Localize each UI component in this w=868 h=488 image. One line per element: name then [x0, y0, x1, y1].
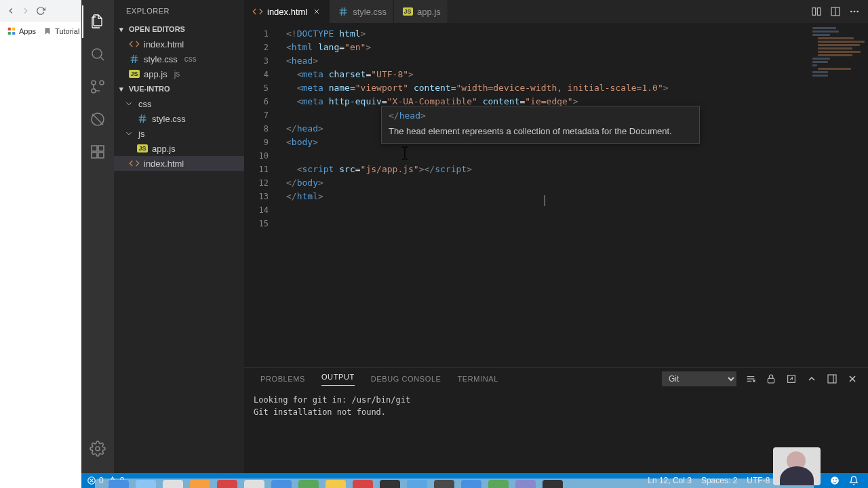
- close-panel-icon[interactable]: [846, 373, 859, 385]
- open-editor-item[interactable]: JSapp.jsjs: [114, 66, 244, 81]
- bell-icon[interactable]: [849, 476, 859, 485]
- svg-rect-14: [98, 152, 104, 158]
- section-label: OPEN EDITORS: [129, 25, 185, 33]
- js-file-icon: JS: [402, 6, 413, 17]
- svg-point-35: [854, 11, 856, 13]
- tab-actions: [811, 0, 868, 23]
- sidebar-explorer: EXPLORER ▾ OPEN EDITORS index.htmlstyle.…: [114, 0, 244, 488]
- panel-layout-icon[interactable]: [826, 373, 838, 385]
- svg-rect-31: [817, 8, 821, 16]
- js-file-icon: JS: [129, 68, 140, 79]
- svg-rect-0: [8, 28, 11, 30]
- editor-tab[interactable]: JSapp.js: [394, 0, 448, 23]
- panel-tab-problems[interactable]: PROBLEMS: [260, 375, 305, 383]
- bookmark-apps[interactable]: Apps: [7, 26, 36, 36]
- panel-tab-output[interactable]: OUTPUT: [321, 373, 355, 386]
- svg-rect-42: [768, 378, 774, 383]
- panel-tab-debug[interactable]: DEBUG CONSOLE: [371, 375, 441, 383]
- svg-line-5: [101, 58, 104, 61]
- file-path-hint: js: [174, 69, 180, 79]
- file-item[interactable]: index.html: [114, 156, 244, 171]
- section-project[interactable]: ▾ VUE-INTRO: [114, 81, 244, 96]
- svg-point-54: [833, 479, 834, 481]
- browser-bookmarks-bar: Apps Tutorial: [0, 22, 81, 41]
- section-open-editors[interactable]: ▾ OPEN EDITORS: [114, 22, 244, 37]
- macos-dock[interactable]: [95, 479, 814, 488]
- activity-bar: [81, 0, 114, 488]
- svg-rect-1: [12, 28, 15, 30]
- folder-item[interactable]: js: [114, 126, 244, 141]
- activity-explorer[interactable]: [82, 5, 113, 38]
- forward-icon[interactable]: [20, 5, 31, 16]
- chevron-down-icon: ▾: [117, 85, 126, 94]
- hover-description: The head element represents a collection…: [389, 126, 692, 136]
- browser-toolbar: [0, 0, 81, 22]
- open-file-icon[interactable]: [785, 373, 797, 385]
- browser-background: Apps Tutorial: [0, 0, 81, 488]
- folder-name: css: [138, 99, 152, 109]
- open-editor-item[interactable]: style.csscss: [114, 52, 244, 66]
- chevron-up-icon[interactable]: [806, 373, 818, 385]
- feedback-icon[interactable]: [830, 476, 840, 485]
- hash-file-icon: [137, 113, 148, 124]
- minimap[interactable]: [808, 26, 868, 107]
- section-label: VUE-INTRO: [129, 85, 170, 93]
- editor-tab[interactable]: style.css: [330, 0, 394, 23]
- hover-code: </head>: [389, 110, 692, 121]
- editor-tab[interactable]: index.html: [244, 0, 330, 23]
- file-name: style.css: [144, 54, 178, 64]
- file-path-hint: css: [184, 54, 197, 64]
- svg-line-22: [140, 115, 141, 123]
- svg-point-6: [100, 81, 104, 85]
- file-item[interactable]: JSapp.js: [114, 141, 244, 156]
- svg-line-28: [342, 7, 342, 16]
- bookmark-tutorial[interactable]: Tutorial: [43, 26, 79, 36]
- webcam-overlay: [773, 447, 821, 485]
- split-icon[interactable]: [830, 6, 841, 17]
- activity-extensions[interactable]: [81, 136, 114, 168]
- svg-rect-2: [8, 32, 11, 35]
- html-file-icon: [252, 6, 263, 17]
- html-file-icon: [129, 158, 140, 169]
- close-icon[interactable]: [311, 6, 322, 17]
- chevron-down-icon: ▾: [117, 25, 126, 34]
- lock-scroll-icon[interactable]: [765, 373, 777, 385]
- svg-rect-12: [98, 146, 104, 151]
- reload-icon[interactable]: [35, 5, 46, 16]
- output-channel-select[interactable]: Git: [662, 371, 736, 386]
- activity-debug[interactable]: [81, 103, 114, 136]
- panel-tab-terminal[interactable]: TERMINAL: [458, 375, 498, 383]
- svg-rect-13: [92, 152, 97, 158]
- more-icon[interactable]: [849, 6, 860, 17]
- file-item[interactable]: style.css: [114, 111, 244, 126]
- hash-file-icon: [338, 6, 349, 17]
- html-file-icon: [129, 39, 140, 49]
- bookmark-label: Tutorial: [55, 27, 79, 35]
- svg-point-36: [856, 11, 859, 13]
- file-name: index.html: [144, 159, 184, 169]
- hash-file-icon: [129, 54, 140, 64]
- activity-settings[interactable]: [81, 432, 114, 465]
- compare-icon[interactable]: [811, 6, 822, 17]
- svg-point-53: [831, 476, 839, 485]
- tab-label: index.html: [267, 7, 307, 17]
- svg-point-4: [92, 49, 102, 58]
- chevron-down-icon: [123, 128, 134, 139]
- svg-point-8: [92, 81, 96, 85]
- back-icon[interactable]: [5, 5, 16, 16]
- activity-scm[interactable]: [81, 70, 114, 103]
- svg-line-18: [132, 55, 133, 63]
- line-gutter: 123456789101112131415: [244, 27, 279, 230]
- open-editor-item[interactable]: index.html: [114, 37, 244, 52]
- output-content[interactable]: Looking for git in: /usr/bin/gitGit inst…: [244, 390, 868, 422]
- activity-search[interactable]: [81, 38, 114, 70]
- file-name: app.js: [152, 144, 176, 154]
- clear-icon[interactable]: [745, 373, 757, 385]
- file-name: index.html: [144, 39, 184, 49]
- svg-point-15: [96, 447, 100, 451]
- js-file-icon: JS: [137, 143, 148, 154]
- bookmark-label: Apps: [19, 27, 36, 35]
- svg-line-29: [344, 7, 345, 16]
- svg-rect-3: [12, 32, 15, 35]
- folder-item[interactable]: css: [114, 96, 244, 111]
